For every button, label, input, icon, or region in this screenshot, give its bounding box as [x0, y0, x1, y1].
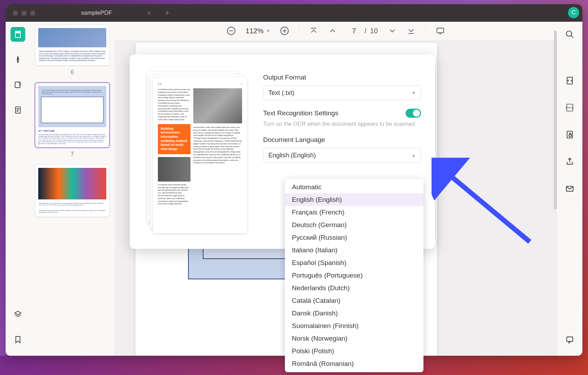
svg-text:PDF/A: PDF/A	[566, 106, 574, 109]
language-option[interactable]: Deutsch (German)	[285, 219, 423, 231]
language-option[interactable]: Română (Romanian)	[285, 357, 423, 370]
language-option[interactable]: Русский (Russian)	[285, 231, 423, 244]
language-option[interactable]: Català (Catalan)	[285, 294, 423, 307]
language-select[interactable]: English (English) ▲	[263, 148, 421, 163]
zoom-value: 112%	[246, 27, 263, 35]
svg-rect-1	[15, 31, 20, 33]
thumb-title: AT THETIME	[38, 129, 106, 132]
thumbnail-page-8[interactable]: This experiment can be repeated over and…	[35, 165, 109, 217]
ocr-toggle-label: Text Recognition Settings	[263, 109, 338, 117]
language-option[interactable]: Español (Spanish)	[285, 257, 423, 269]
share-button[interactable]	[562, 154, 577, 169]
security-button[interactable]	[562, 127, 577, 142]
convert-button[interactable]	[562, 73, 577, 88]
ocr-description: Turn on the OCR when the document appear…	[263, 120, 421, 128]
thumb-text: This experiment can be repeated over and…	[38, 202, 106, 206]
chevron-down-icon: ▼	[266, 29, 270, 33]
edit-icon	[14, 81, 22, 89]
thumbnail-panel[interactable]: Newton graduated from Trinity College, C…	[30, 22, 114, 356]
output-format-select[interactable]: Text (.txt) ▼	[263, 86, 421, 100]
left-toolbar	[6, 22, 30, 356]
thumbnails-icon	[14, 30, 22, 39]
edit-tool[interactable]	[11, 77, 25, 92]
highlighter-tool[interactable]	[11, 52, 25, 67]
convert-icon	[565, 76, 574, 85]
language-option[interactable]: Português (Portuguese)	[285, 269, 423, 282]
document-tool[interactable]	[11, 103, 25, 117]
layers-tool[interactable]	[11, 307, 25, 322]
user-initial: C	[572, 9, 576, 16]
language-option[interactable]: Italiano (Italian)	[285, 244, 423, 257]
prev-page-button[interactable]	[328, 26, 337, 35]
language-option[interactable]: Automatic	[285, 181, 423, 193]
language-option[interactable]: Polski (Polish)	[285, 345, 423, 357]
thumb-text: Through this experiment, Newton laid the…	[38, 209, 106, 214]
ocr-toggle[interactable]	[406, 109, 421, 118]
plus-circle-icon	[280, 26, 289, 35]
last-page-button[interactable]	[407, 26, 416, 35]
pdfa-icon: PDF/A	[565, 103, 574, 112]
chevron-down-icon: ▼	[412, 90, 416, 95]
language-option[interactable]: Dansk (Danish)	[285, 307, 423, 320]
language-label: Document Language	[263, 136, 421, 144]
language-option[interactable]: Suomalainen (Finnish)	[285, 320, 423, 332]
language-option[interactable]: Norsk (Norwegian)	[285, 332, 423, 345]
svg-marker-7	[15, 311, 21, 315]
right-toolbar: PDF/A	[557, 22, 582, 356]
svg-rect-15	[437, 28, 444, 33]
comment-button[interactable]	[562, 332, 577, 347]
pdfa-button[interactable]: PDF/A	[562, 100, 577, 115]
preview-heading: Building environment information modelin…	[158, 124, 191, 154]
zoom-in-button[interactable]	[280, 26, 289, 35]
vertical-scrollbar[interactable]	[554, 30, 557, 209]
language-dropdown-list[interactable]: AutomaticEnglish (English)Français (Fren…	[285, 179, 423, 372]
search-icon	[565, 30, 574, 39]
dialog-preview: ■ ■1 Combined with practical cases, the …	[147, 72, 246, 233]
highlighter-icon	[14, 55, 22, 64]
chevron-down-bar-icon	[407, 26, 416, 35]
page-number-input[interactable]	[347, 27, 361, 35]
preview-text: Combined with practical cases, the build…	[158, 88, 191, 121]
comment-icon	[565, 335, 574, 344]
close-window-button[interactable]	[13, 11, 18, 16]
lock-file-icon	[565, 130, 574, 139]
maximize-window-button[interactable]	[30, 11, 35, 16]
presentation-button[interactable]	[436, 26, 445, 35]
thumbnails-tool[interactable]	[11, 27, 25, 42]
chevron-up-icon	[328, 26, 337, 35]
new-tab-button[interactable]: +	[165, 8, 169, 18]
zoom-level-dropdown[interactable]: 112% ▼	[246, 27, 270, 35]
thumb-label: 7	[35, 151, 109, 158]
output-format-value: Text (.txt)	[268, 89, 294, 97]
chevron-down-icon	[388, 26, 397, 35]
language-option[interactable]: Nederlands (Dutch)	[285, 282, 423, 294]
total-pages: 10	[370, 27, 378, 35]
user-avatar[interactable]: C	[568, 7, 579, 18]
svg-point-17	[566, 31, 572, 36]
language-value: English (English)	[268, 152, 316, 159]
svg-rect-23	[569, 135, 572, 136]
share-icon	[565, 157, 574, 166]
close-tab-icon[interactable]: ×	[147, 9, 151, 17]
page-separator: /	[365, 27, 367, 35]
preview-text: Combined with practical cases, low-altit…	[158, 184, 191, 205]
next-page-button[interactable]	[388, 26, 397, 35]
zoom-out-button[interactable]	[227, 26, 236, 35]
bookmark-icon	[14, 335, 22, 344]
search-button[interactable]	[562, 27, 577, 42]
svg-line-18	[571, 35, 573, 38]
minimize-window-button[interactable]	[21, 11, 27, 16]
thumbnail-page-7[interactable]: These studies laid the foundation for th…	[35, 83, 109, 148]
thumb-label: 6	[35, 69, 109, 76]
thumbnail-page-6[interactable]: Newton graduated from Trinity College, C…	[35, 25, 109, 65]
document-tab[interactable]: samplePDF ×	[81, 9, 151, 17]
first-page-button[interactable]	[309, 26, 318, 35]
layers-icon	[14, 310, 22, 319]
page-indicator: / 10	[347, 27, 378, 35]
svg-rect-25	[567, 337, 573, 341]
language-option[interactable]: English (English)	[285, 193, 423, 206]
email-button[interactable]	[562, 181, 577, 196]
bookmark-tool[interactable]	[11, 332, 25, 347]
tab-title: samplePDF	[81, 9, 112, 16]
language-option[interactable]: Français (French)	[285, 206, 423, 219]
